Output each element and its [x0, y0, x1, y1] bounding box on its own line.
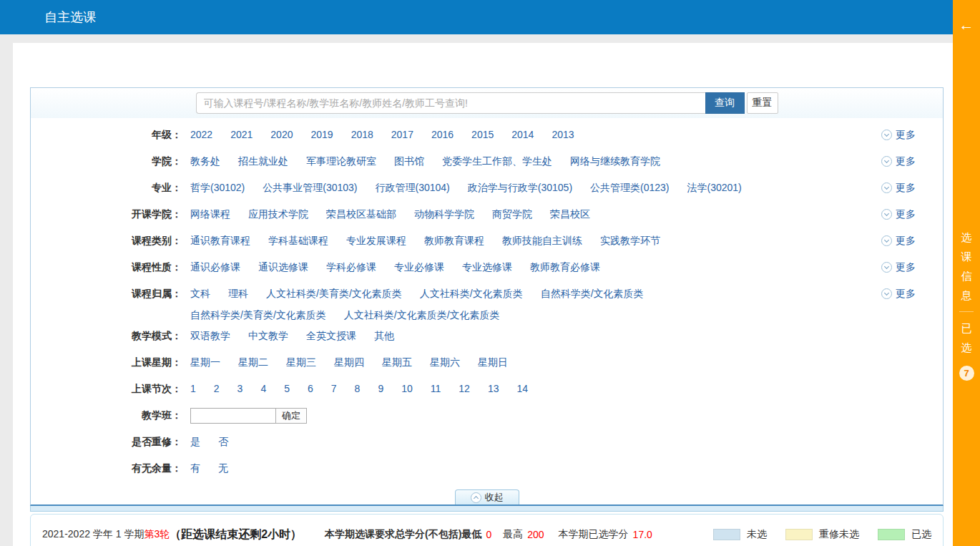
filter-option[interactable]: 图书馆	[394, 154, 424, 168]
filter-option[interactable]: 人文社科类/美育类/文化素质类	[266, 286, 402, 301]
filter-option[interactable]: 理科	[228, 286, 248, 301]
filter-option[interactable]: 2018	[351, 127, 373, 142]
filter-option[interactable]: 星期三	[286, 355, 316, 369]
filter-option[interactable]: 1	[190, 381, 196, 396]
filter-option[interactable]: 动物科学学院	[414, 207, 474, 221]
filter-option[interactable]: 其他	[374, 328, 394, 343]
chevron-up-icon	[471, 492, 481, 503]
filter-option[interactable]: 自然科学类/美育类/文化素质类	[190, 308, 326, 322]
filter-option[interactable]: 5	[284, 381, 290, 396]
filter-option[interactable]: 13	[488, 381, 499, 396]
filter-option[interactable]: 2021	[230, 127, 253, 142]
more-link[interactable]: 更多	[881, 147, 943, 168]
filter-option[interactable]: 全英文授课	[306, 328, 356, 343]
filter-option[interactable]: 双语教学	[190, 328, 230, 343]
filter-option[interactable]: 2020	[270, 127, 293, 142]
filter-option[interactable]: 14	[516, 381, 528, 396]
more-link[interactable]: 更多	[881, 227, 943, 248]
filter-option[interactable]: 自然科学类/文化素质类	[541, 286, 644, 301]
filter-option[interactable]: 否	[218, 434, 228, 449]
filter-option[interactable]: 2019	[310, 127, 333, 142]
more-link[interactable]: 更多	[881, 121, 943, 142]
more-link[interactable]: 更多	[881, 174, 943, 195]
filter-option[interactable]: 星期一	[190, 355, 220, 369]
filter-option[interactable]: 10	[401, 381, 413, 396]
filter-option[interactable]: 12	[459, 381, 470, 396]
filter-option[interactable]: 7	[331, 381, 337, 396]
more-link[interactable]: 更多	[881, 253, 943, 274]
filter-option[interactable]: 星期四	[334, 355, 364, 369]
filter-option[interactable]: 法学(30201)	[687, 180, 742, 195]
filter-option[interactable]: 网络与继续教育学院	[570, 154, 660, 168]
filter-option[interactable]: 2015	[471, 127, 494, 142]
filter-option[interactable]: 2014	[511, 127, 534, 142]
filter-option[interactable]: 专业发展课程	[346, 233, 406, 248]
tab-course-selection-info[interactable]: 选课信息	[961, 228, 972, 305]
filter-option[interactable]: 公共管理类(0123)	[590, 180, 669, 195]
filter-option[interactable]: 通识必修课	[190, 260, 240, 274]
filter-option[interactable]: 8	[355, 381, 361, 396]
filter-option[interactable]: 招生就业处	[238, 154, 288, 168]
tab-selected-courses[interactable]: 已选	[961, 318, 972, 357]
credits-max-value: 200	[527, 529, 544, 540]
filter-option[interactable]: 11	[431, 381, 441, 396]
filter-option[interactable]: 人文社科类/文化素质类	[420, 286, 523, 301]
filter-option[interactable]: 4	[260, 381, 266, 396]
filter-option[interactable]: 应用技术学院	[248, 207, 308, 221]
filter-option[interactable]: 通识教育课程	[190, 233, 250, 248]
filter-option[interactable]: 党委学生工作部、学生处	[442, 154, 552, 168]
filter-option[interactable]: 实践教学环节	[600, 233, 660, 248]
filter-option[interactable]: 星期日	[478, 355, 508, 369]
legend-swatch	[713, 529, 740, 540]
filter-option[interactable]: 荣昌校区基础部	[326, 207, 396, 221]
filter-option[interactable]: 专业必修课	[394, 260, 444, 274]
filter-option[interactable]: 商贸学院	[492, 207, 532, 221]
filter-option[interactable]: 有	[190, 461, 200, 475]
more-link[interactable]: 更多	[881, 200, 943, 221]
round-label: 第3轮	[144, 528, 170, 541]
filter-option[interactable]: 星期五	[382, 355, 412, 369]
filter-option[interactable]: 2013	[552, 127, 574, 142]
filter-option[interactable]: 哲学(30102)	[190, 180, 245, 195]
filter-option[interactable]: 6	[308, 381, 313, 396]
filter-option[interactable]: 网络课程	[190, 207, 230, 221]
filter-option[interactable]: 教师技能自主训练	[502, 233, 582, 248]
filter-option[interactable]: 通识选修课	[258, 260, 308, 274]
more-label: 更多	[896, 207, 916, 221]
filter-option[interactable]: 星期二	[238, 355, 268, 369]
filter-option[interactable]: 政治学与行政学(30105)	[468, 180, 572, 195]
query-button[interactable]: 查询	[705, 92, 745, 114]
filter-option[interactable]: 军事理论教研室	[306, 154, 376, 168]
filter-option[interactable]: 教师教育必修课	[530, 260, 600, 274]
filter-option[interactable]: 星期六	[430, 355, 460, 369]
filter-option[interactable]: 学科必修课	[326, 260, 376, 274]
reset-button[interactable]: 重置	[747, 92, 778, 114]
search-input[interactable]	[196, 92, 705, 114]
filter-option[interactable]: 文科	[190, 286, 210, 301]
legend-swatch	[878, 529, 905, 540]
collapse-left-arrow-icon[interactable]: ←	[953, 17, 980, 32]
filter-option[interactable]: 专业选修课	[462, 260, 512, 274]
filter-option[interactable]: 2	[214, 381, 220, 396]
filter-option[interactable]: 9	[378, 381, 383, 396]
collapse-button[interactable]: 收起	[455, 489, 519, 504]
credits-min-value: 0	[486, 529, 491, 540]
filter-option[interactable]: 2022	[190, 127, 212, 142]
filter-option[interactable]: 人文社科类/文化素质类/文化素质类	[344, 308, 500, 322]
filter-option[interactable]: 无	[218, 461, 228, 475]
confirm-button[interactable]: 确定	[275, 408, 307, 424]
filter-option[interactable]: 是	[190, 434, 200, 449]
filter-option[interactable]: 2017	[391, 127, 413, 142]
teaching-class-input[interactable]	[190, 408, 276, 424]
more-link[interactable]: 更多	[881, 280, 943, 301]
filter-option[interactable]: 学科基础课程	[268, 233, 328, 248]
filter-rows: 年级：2022202120202019201820172016201520142…	[31, 118, 943, 401]
filter-option[interactable]: 公共事业管理(30103)	[263, 180, 357, 195]
filter-option[interactable]: 3	[237, 381, 243, 396]
filter-option[interactable]: 教师教育课程	[424, 233, 484, 248]
filter-option[interactable]: 荣昌校区	[550, 207, 590, 221]
filter-option[interactable]: 2016	[431, 127, 454, 142]
filter-option[interactable]: 行政管理(30104)	[376, 180, 450, 195]
filter-option[interactable]: 教务处	[190, 154, 220, 168]
filter-option[interactable]: 中文教学	[248, 328, 288, 343]
